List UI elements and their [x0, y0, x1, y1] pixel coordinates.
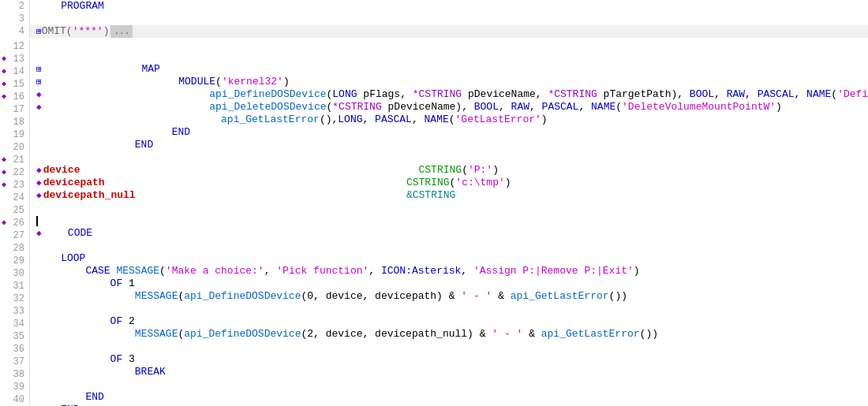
line-35: [30, 341, 868, 353]
line-21: ◆device CSTRING('P:'): [30, 164, 868, 177]
ln-16: 16◆: [0, 91, 29, 103]
line-36: OF 3: [30, 353, 868, 366]
line-22: ◆devicepath CSTRING('c:\tmp'): [30, 177, 868, 189]
line-numbers: 2 3 4 12 13◆ 14◆ 15◆ 16◆ 17 18 19 20 21◆…: [0, 0, 30, 406]
line-4: ⊞OMIT('***')...: [30, 25, 868, 38]
line-13: ⊞ MAP: [30, 63, 868, 76]
ln-26: 26◆: [0, 217, 29, 229]
line-12: [30, 50, 868, 63]
line-32: [30, 303, 868, 315]
line-23: ◆devicepath_null &CSTRING: [30, 189, 868, 202]
line-14: ⊞ MODULE('kernel32'): [30, 76, 868, 88]
ln-27: 27: [0, 229, 29, 242]
ln-33: 33: [0, 305, 29, 318]
line-34: MESSAGE(api_DefineDOSDevice(2, device, d…: [30, 328, 868, 341]
editor: 2 3 4 12 13◆ 14◆ 15◆ 16◆ 17 18 19 20 21◆…: [0, 0, 868, 406]
ln-38: 38: [0, 368, 29, 381]
ln-36: 36: [0, 343, 29, 356]
code-area[interactable]: PROGRAM ⊞OMIT('***')... ⊞ MAP ⊞: [30, 0, 868, 406]
ln-35: 35: [0, 330, 29, 343]
line-16: ◆ api_DeleteDOSDevice(*CSTRING pDeviceNa…: [30, 101, 868, 114]
line-30: OF 1: [30, 277, 868, 290]
line-3: [30, 13, 868, 25]
ln-30: 30: [0, 267, 29, 280]
line-39: END: [30, 391, 868, 404]
line-18: END: [30, 126, 868, 139]
line-20: [30, 151, 868, 164]
ln-3: 3: [0, 13, 29, 25]
ln-25: 25: [0, 204, 29, 217]
line-31: MESSAGE(api_DefineDOSDevice(0, device, d…: [30, 290, 868, 303]
ln-40: 40: [0, 393, 29, 406]
ln-12: 12: [0, 40, 29, 53]
line-37: BREAK: [30, 366, 868, 378]
ln-34: 34: [0, 318, 29, 330]
code-lines: PROGRAM ⊞OMIT('***')... ⊞ MAP ⊞: [30, 0, 868, 406]
ln-4: 4: [0, 25, 29, 38]
ln-32: 32: [0, 292, 29, 305]
line-29: CASE MESSAGE('Make a choice:', 'Pick fun…: [30, 265, 868, 277]
ln-18: 18: [0, 116, 29, 129]
ln-22: 22◆: [0, 166, 29, 179]
line-2: PROGRAM: [30, 0, 868, 13]
line-25: [30, 214, 868, 227]
ln-14: 14◆: [0, 65, 29, 78]
ln-29: 29: [0, 255, 29, 267]
ln-2: 2: [0, 0, 29, 13]
ln-19: 19: [0, 129, 29, 141]
ln-15: 15◆: [0, 78, 29, 91]
line-blank1: [30, 38, 868, 50]
ln-13: 13◆: [0, 53, 29, 65]
ln-39: 39: [0, 381, 29, 393]
line-17: api_GetLastError(),LONG, PASCAL, NAME('G…: [30, 114, 868, 126]
ln-37: 37: [0, 356, 29, 368]
line-38: [30, 378, 868, 391]
line-28: LOOP: [30, 252, 868, 265]
line-27: [30, 240, 868, 252]
line-19: END: [30, 139, 868, 151]
ln-23: 23◆: [0, 179, 29, 192]
line-33: OF 2: [30, 315, 868, 328]
ln-17: 17: [0, 103, 29, 116]
ln-31: 31: [0, 280, 29, 292]
line-15: ◆ api_DefineDOSDevice(LONG pFlags, *CSTR…: [30, 88, 868, 101]
line-26: ◆ CODE: [30, 227, 868, 240]
ln-28: 28: [0, 242, 29, 255]
ln-21: 21◆: [0, 154, 29, 166]
ln-20: 20: [0, 141, 29, 154]
line-24: [30, 202, 868, 214]
ln-24: 24: [0, 192, 29, 204]
